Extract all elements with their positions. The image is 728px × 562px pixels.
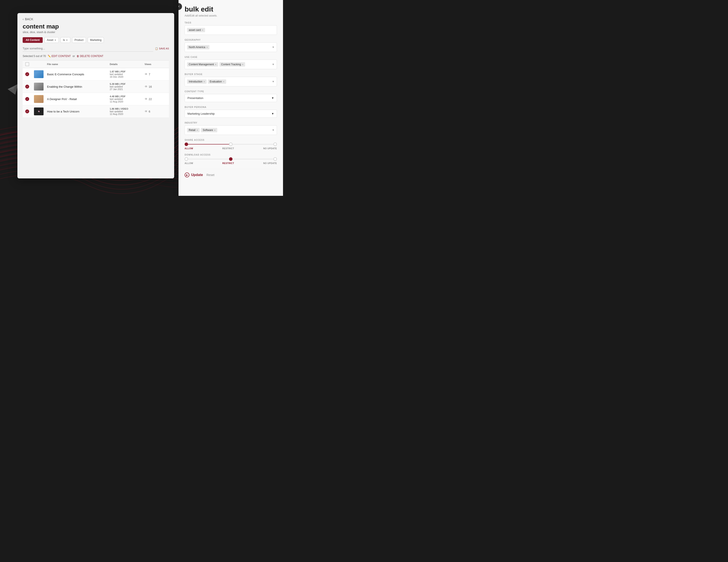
share-restrict-radio[interactable] (229, 143, 233, 146)
row-checkbox-1[interactable] (25, 72, 34, 76)
share-noupdate-radio[interactable] (273, 143, 277, 146)
row-views-3: 👁 22 (145, 97, 166, 101)
filter-bar: All Content Asset ▼ Is ▼ Product Marketi… (23, 37, 169, 43)
panel-subtitle: Add/Edit all selected assets. (185, 14, 277, 17)
download-access-slider[interactable] (185, 157, 277, 161)
remove-use-case-content-management[interactable]: × (215, 63, 216, 66)
row-thumbnail-4: 🦄 (34, 108, 44, 115)
share-access-section: SHARE ACCESS ALLOW RESTRICT NO UPDATE (185, 139, 277, 150)
delete-content-link[interactable]: 🗑 DELETE CONTENT (77, 55, 103, 58)
asset-dropdown-arrow: ▼ (54, 39, 56, 41)
remove-industry-retail[interactable]: × (197, 129, 198, 131)
back-navigation[interactable]: ‹ BACK (23, 17, 169, 21)
save-as-button[interactable]: 📋 SAVE AS (155, 47, 169, 50)
row-checkbox-4[interactable] (25, 110, 34, 113)
save-icon: 📋 (155, 47, 158, 50)
tags-input[interactable]: asset card × (185, 25, 277, 35)
table-row: A Designer PoV - Retail 4.48 MB | PDF la… (23, 93, 169, 105)
content-type-select[interactable]: Presentation ▼ (185, 94, 277, 102)
row-thumbnail-1 (34, 70, 44, 78)
industry-select[interactable]: Retail × Software × ▼ (185, 125, 277, 135)
buyer-persona-dropdown-arrow: ▼ (271, 112, 274, 115)
buyer-persona-select[interactable]: Marketing Leadership ▼ (185, 110, 277, 118)
use-case-dropdown-arrow: ▼ (272, 63, 275, 66)
share-access-slider[interactable] (185, 143, 277, 146)
update-button[interactable]: ▶ Update (185, 173, 203, 177)
checkbox-checked-icon (25, 72, 29, 76)
geography-dropdown-arrow: ▼ (272, 46, 275, 49)
search-row: 📋 SAVE AS (23, 46, 169, 52)
share-access-label: SHARE ACCESS (185, 139, 277, 141)
row-thumbnail-2 (34, 83, 44, 91)
use-case-chip-content-management: Content Management × (187, 62, 218, 67)
all-content-button[interactable]: All Content (23, 37, 43, 43)
table-row: Basic E-Commerce Concepts 1.87 MB | PDF … (23, 68, 169, 81)
share-line-1 (188, 144, 229, 145)
remove-geography-north-america[interactable]: × (206, 46, 208, 49)
is-dropdown-arrow: ▼ (66, 39, 68, 41)
selection-count: Selected 5 out of 70 (23, 55, 46, 58)
download-noupdate-label: NO UPDATE (263, 162, 277, 165)
table-row: 🦄 How to be a Tech Unicorn 1.86 MB | VID… (23, 105, 169, 118)
bulk-edit-panel: × bulk edit Add/Edit all selected assets… (179, 0, 283, 196)
update-play-icon: ▶ (185, 173, 189, 177)
panel-close-button[interactable]: × (179, 3, 182, 10)
row-checkbox-3[interactable] (25, 97, 34, 101)
row-details-1: 1.87 MB | PDF last updated 16 Dec 2020 (110, 70, 145, 78)
content-type-label: CONTENT TYPE (185, 90, 277, 93)
download-restrict-radio[interactable] (229, 157, 233, 161)
share-line-2 (233, 144, 273, 145)
row-thumbnail-3 (34, 95, 44, 103)
reset-button[interactable]: Reset (206, 173, 214, 177)
row-views-4: 👁 6 (145, 110, 166, 113)
edit-icon: ✏️ (48, 55, 51, 58)
share-allow-radio[interactable] (185, 143, 188, 146)
edit-content-link[interactable]: ✏️ EDIT CONTENT (48, 55, 71, 58)
buyer-persona-label: BUYER PERSONA (185, 106, 277, 108)
row-checkbox-2[interactable] (25, 85, 34, 89)
header-details: Details (110, 63, 145, 66)
row-name-1: Basic E-Commerce Concepts (47, 73, 110, 76)
remove-tag-asset-card[interactable]: × (202, 29, 203, 31)
page-subtitle: slice, dice, stash & cluster (23, 30, 169, 34)
is-filter-chip[interactable]: Is ▼ (61, 37, 70, 43)
asset-filter-chip[interactable]: Asset ▼ (44, 37, 59, 43)
header-checkbox (25, 62, 34, 66)
download-noupdate-radio[interactable] (273, 157, 277, 161)
row-views-2: 👁 16 (145, 85, 166, 88)
select-all-checkbox[interactable] (25, 62, 29, 66)
delete-icon: 🗑 (77, 55, 79, 58)
use-case-chip-content-tracking: Content Tracking × (219, 62, 245, 67)
search-input[interactable] (23, 46, 153, 52)
share-restrict-label: RESTRICT (222, 147, 234, 150)
geography-select[interactable]: North America × ▼ (185, 42, 277, 52)
action-row: ▶ Update Reset (185, 169, 277, 177)
marketing-tag-chip[interactable]: Marketing (88, 37, 104, 43)
download-allow-radio[interactable] (185, 157, 188, 161)
industry-section: INDUSTRY Retail × Software × ▼ (185, 122, 277, 135)
use-case-select[interactable]: Content Management × Content Tracking × … (185, 60, 277, 69)
industry-dropdown-arrow: ▼ (272, 129, 275, 132)
product-tag-chip[interactable]: Product (72, 37, 86, 43)
remove-buyer-stage-evaluation[interactable]: × (223, 80, 224, 83)
table-row: Enabling the Change Within 5.39 MB | PDF… (23, 81, 169, 93)
remove-use-case-content-tracking[interactable]: × (242, 63, 243, 66)
views-eye-icon: 👁 (145, 97, 148, 101)
buyer-stage-section: BUYER STAGE Introduction × Evaluation × … (185, 73, 277, 86)
share-allow-label: ALLOW (185, 147, 193, 150)
download-access-label: DOWNLOAD ACCESS (185, 154, 277, 156)
use-case-label: USE CASE (185, 56, 277, 58)
download-line-2 (233, 159, 273, 159)
row-name-3: A Designer PoV - Retail (47, 98, 110, 101)
download-access-section: DOWNLOAD ACCESS ALLOW RESTRICT NO UPDATE (185, 154, 277, 165)
remove-industry-software[interactable]: × (214, 129, 215, 131)
table-header: File name Details Views (23, 60, 169, 68)
buyer-stage-select[interactable]: Introduction × Evaluation × ▼ (185, 77, 277, 86)
close-icon: × (179, 5, 180, 8)
share-noupdate-label: NO UPDATE (263, 147, 277, 150)
geography-section: GEOGRAPHY North America × ▼ (185, 39, 277, 52)
back-label: BACK (25, 17, 33, 21)
remove-buyer-stage-introduction[interactable]: × (204, 80, 205, 83)
industry-chip-retail: Retail × (187, 128, 200, 132)
row-details-3: 4.48 MB | PDF last updated 12 Aug 2020 (110, 95, 145, 103)
